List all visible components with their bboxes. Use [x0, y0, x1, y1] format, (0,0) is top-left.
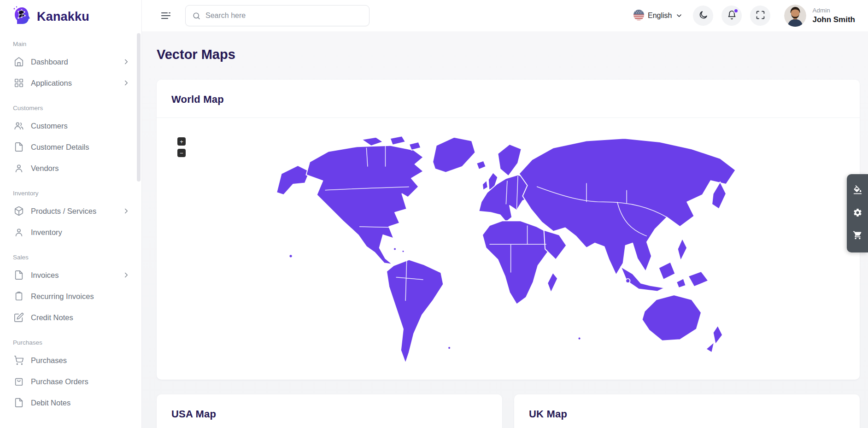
sidebar: Kanakku Main Dashboard Applications Cust… — [0, 0, 142, 428]
paint-bucket-icon — [853, 185, 862, 196]
sidebar-item-label: Purchase Orders — [31, 377, 130, 386]
sidebar-item-label: Customer Details — [31, 143, 130, 152]
uk-map-title: UK Map — [529, 408, 845, 420]
sidebar-item-label: Invoices — [31, 271, 115, 280]
chevron-right-icon — [122, 58, 130, 66]
sidebar-item-label: Debit Notes — [31, 399, 130, 407]
sidebar-item-inventory[interactable]: Inventory — [0, 222, 141, 243]
sidebar-item-dashboard[interactable]: Dashboard — [0, 51, 141, 72]
grid-icon — [14, 78, 24, 88]
sidebar-item-label: Applications — [31, 79, 115, 88]
sidebar-item-invoices[interactable]: Invoices — [0, 264, 141, 286]
brand-name: Kanakku — [37, 10, 89, 24]
file-icon — [14, 270, 24, 280]
notification-badge — [733, 8, 739, 13]
cart-panel-button[interactable] — [851, 230, 863, 242]
chevron-right-icon — [122, 271, 130, 279]
user-role: Admin — [812, 7, 855, 15]
map-zoom-controls: + − — [177, 137, 186, 157]
shopping-cart-icon — [853, 230, 862, 241]
home-icon — [14, 57, 24, 67]
sidebar-item-purchases[interactable]: Purchases — [0, 350, 141, 371]
zoom-out-button[interactable]: − — [177, 149, 186, 157]
section-label-purchases: Purchases — [13, 339, 141, 346]
file-icon — [14, 142, 24, 152]
theme-color-button[interactable] — [851, 185, 863, 197]
user-icon — [14, 163, 24, 173]
fullscreen-icon — [756, 10, 765, 21]
sidebar-item-label: Credit Notes — [31, 313, 130, 322]
zoom-in-button[interactable]: + — [177, 137, 186, 146]
dark-mode-button[interactable] — [693, 6, 713, 26]
world-map-title: World Map — [171, 94, 845, 106]
sidebar-item-customer-details[interactable]: Customer Details — [0, 136, 141, 158]
section-label-inventory: Inventory — [13, 190, 141, 197]
chevron-right-icon — [122, 79, 130, 87]
brand-logo-icon — [12, 6, 32, 28]
usa-map-card-header: USA Map — [157, 394, 502, 428]
sidebar-item-label: Customers — [31, 122, 130, 130]
page-title: Vector Maps — [157, 47, 860, 62]
sidebar-item-label: Dashboard — [31, 58, 115, 66]
theme-settings-panel — [847, 174, 868, 252]
package-icon — [14, 206, 24, 216]
language-selector[interactable]: English — [633, 10, 683, 22]
avatar[interactable] — [784, 5, 806, 27]
file-icon — [14, 398, 24, 408]
main-content: Vector Maps World Map + − — [142, 31, 868, 428]
section-label-customers: Customers — [13, 105, 141, 111]
world-map[interactable] — [272, 131, 745, 367]
world-map-body: + − — [157, 118, 860, 380]
user-menu[interactable]: Admin John Smith — [812, 7, 855, 24]
users-icon — [14, 121, 24, 131]
menu-toggle-icon[interactable] — [160, 10, 171, 21]
sidebar-item-vendors[interactable]: Vendors — [0, 158, 141, 179]
notifications-button[interactable] — [721, 6, 742, 26]
section-label-main: Main — [13, 41, 141, 47]
chevron-right-icon — [122, 207, 130, 215]
chevron-down-icon — [675, 12, 683, 19]
uk-map-card-header: UK Map — [514, 394, 860, 428]
sidebar-item-applications[interactable]: Applications — [0, 72, 141, 94]
brand-logo[interactable]: Kanakku — [0, 0, 141, 29]
topbar: English Admin John Smith — [142, 0, 868, 31]
uk-map-card: UK Map — [514, 394, 860, 428]
bottom-cards-row: USA Map UK Map — [157, 394, 860, 428]
search-box — [185, 5, 369, 26]
sidebar-item-credit-notes[interactable]: Credit Notes — [0, 307, 141, 328]
usa-map-card: USA Map — [157, 394, 502, 428]
search-input[interactable] — [205, 12, 363, 20]
sidebar-item-purchase-orders[interactable]: Purchase Orders — [0, 371, 141, 392]
sidebar-item-label: Products / Services — [31, 207, 115, 216]
gear-icon — [853, 208, 862, 219]
sidebar-item-label: Purchases — [31, 356, 130, 365]
edit-icon — [14, 312, 24, 322]
moon-icon — [698, 10, 708, 21]
settings-button[interactable] — [851, 207, 863, 219]
cart-icon — [14, 355, 24, 365]
user-icon — [14, 227, 24, 237]
sidebar-scrollbar[interactable] — [137, 33, 141, 182]
language-label: English — [648, 12, 672, 20]
clipboard-icon — [14, 291, 24, 301]
sidebar-item-products-services[interactable]: Products / Services — [0, 200, 141, 222]
sidebar-item-label: Vendors — [31, 164, 130, 173]
world-map-card-header: World Map — [157, 80, 860, 118]
user-name: John Smith — [812, 15, 855, 24]
sidebar-item-label: Recurring Invoices — [31, 292, 130, 301]
sidebar-nav: Main Dashboard Applications Customers Cu… — [0, 29, 141, 413]
world-map-card: World Map + − — [157, 80, 860, 380]
sidebar-item-label: Inventory — [31, 228, 130, 237]
sidebar-item-recurring-invoices[interactable]: Recurring Invoices — [0, 286, 141, 307]
sidebar-item-debit-notes[interactable]: Debit Notes — [0, 392, 141, 413]
fullscreen-button[interactable] — [750, 6, 770, 26]
usa-map-title: USA Map — [171, 408, 487, 420]
section-label-sales: Sales — [13, 254, 141, 261]
sidebar-item-customers[interactable]: Customers — [0, 115, 141, 136]
flag-icon — [633, 10, 644, 22]
search-icon — [192, 12, 201, 20]
bag-icon — [14, 376, 24, 387]
